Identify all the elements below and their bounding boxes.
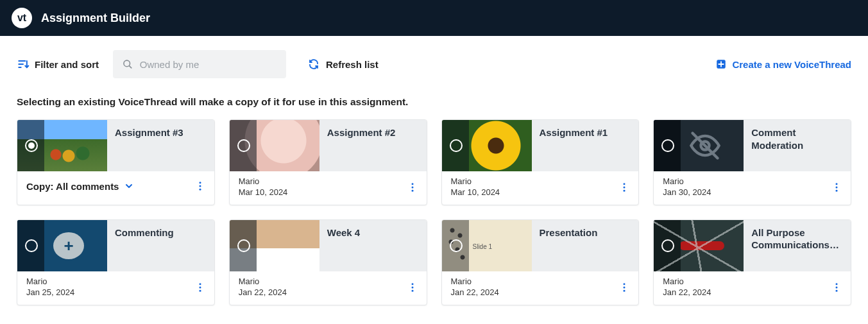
- card-date: Jan 22, 2024: [239, 287, 287, 298]
- more-options-button[interactable]: [828, 278, 846, 296]
- copy-dropdown-label: Copy: All comments: [26, 181, 119, 192]
- instruction-text: Selecting an existing VoiceThread will m…: [0, 78, 868, 114]
- slide-label: Slide 1: [473, 243, 493, 250]
- refresh-button[interactable]: Refresh list: [308, 58, 379, 70]
- svg-point-23: [624, 289, 625, 291]
- voicethread-card[interactable]: Assignment #3 Copy: All comments: [17, 119, 215, 205]
- more-options-button[interactable]: [191, 278, 209, 296]
- card-author: Mario: [451, 176, 500, 187]
- card-title: Week 4: [319, 220, 427, 271]
- card-meta: Mario Jan 25, 2024: [26, 277, 74, 298]
- svg-point-3: [199, 185, 201, 187]
- more-options-button[interactable]: [615, 278, 633, 296]
- card-author: Mario: [663, 277, 711, 287]
- card-meta: Mario Mar 10, 2024: [451, 176, 500, 198]
- card-author: Mario: [26, 277, 74, 287]
- card-meta: Mario Jan 22, 2024: [451, 277, 499, 298]
- page-title: Assignment Builder: [41, 12, 150, 25]
- card-thumbnail: [230, 120, 319, 171]
- select-radio[interactable]: [237, 139, 250, 152]
- svg-point-19: [411, 286, 413, 288]
- copy-options-dropdown[interactable]: Copy: All comments: [26, 178, 134, 194]
- svg-point-10: [624, 190, 625, 192]
- app-header: vt Assignment Builder: [0, 0, 868, 36]
- select-radio[interactable]: [25, 239, 38, 252]
- card-title: Commenting: [107, 220, 214, 271]
- select-radio[interactable]: [237, 239, 250, 252]
- card-top: Assignment #1: [442, 120, 639, 171]
- card-thumbnail: [17, 120, 107, 171]
- card-meta: Mario Mar 10, 2024: [239, 176, 288, 198]
- card-date: Mar 10, 2024: [239, 187, 288, 198]
- svg-point-22: [624, 286, 625, 288]
- search-icon: [122, 58, 133, 71]
- svg-point-25: [836, 286, 838, 288]
- card-date: Jan 22, 2024: [663, 287, 711, 298]
- refresh-label: Refresh list: [326, 59, 379, 70]
- voicethread-card[interactable]: Comment Moderation Mario Jan 30, 2024: [653, 119, 851, 205]
- card-thumbnail: +: [17, 220, 107, 271]
- more-options-button[interactable]: [615, 178, 633, 196]
- card-top: Assignment #2: [230, 120, 427, 171]
- select-radio[interactable]: [661, 139, 674, 152]
- card-thumbnail: [230, 220, 319, 271]
- card-title: Assignment #3: [107, 120, 214, 171]
- svg-point-21: [624, 283, 625, 285]
- svg-point-17: [199, 289, 201, 291]
- chevron-down-icon: [124, 181, 134, 191]
- kebab-icon: [831, 182, 842, 193]
- card-title: Presentation: [532, 220, 639, 271]
- card-title: Assignment #1: [532, 120, 639, 171]
- create-voicethread-button[interactable]: Create a new VoiceThread: [715, 58, 851, 70]
- card-top: All Purpose Communications…: [654, 220, 851, 271]
- more-options-button[interactable]: [191, 177, 209, 195]
- svg-point-6: [411, 186, 413, 188]
- hidden-icon: [688, 129, 722, 162]
- more-options-button[interactable]: [404, 178, 421, 196]
- plus-square-icon: [715, 58, 727, 70]
- kebab-icon: [618, 182, 630, 193]
- refresh-icon: [308, 58, 319, 70]
- more-options-button[interactable]: [828, 178, 846, 196]
- filter-sort-button[interactable]: Filter and sort: [17, 58, 99, 71]
- select-radio[interactable]: [661, 239, 674, 252]
- card-title: Assignment #2: [319, 120, 427, 171]
- voicethread-card[interactable]: Assignment #2 Mario Mar 10, 2024: [229, 119, 427, 205]
- kebab-icon: [618, 282, 630, 293]
- svg-point-8: [624, 183, 625, 185]
- voicethread-card[interactable]: + Commenting Mario Jan 25, 2024: [17, 219, 215, 305]
- card-top: Assignment #3: [17, 120, 214, 171]
- svg-point-4: [199, 189, 201, 191]
- app-logo: vt: [12, 8, 32, 28]
- card-author: Mario: [451, 277, 499, 287]
- svg-point-9: [624, 186, 625, 188]
- svg-point-18: [411, 283, 413, 285]
- card-meta: Mario Jan 30, 2024: [663, 176, 711, 198]
- filter-sort-icon: [17, 58, 30, 71]
- kebab-icon: [831, 282, 842, 293]
- voicethread-card[interactable]: Slide 1 Presentation Mario Jan 22, 2024: [441, 219, 640, 305]
- voicethread-card[interactable]: Week 4 Mario Jan 22, 2024: [229, 219, 427, 305]
- more-options-button[interactable]: [404, 278, 421, 296]
- search-input[interactable]: [140, 59, 277, 70]
- card-grid: Assignment #3 Copy: All comments Assignm…: [0, 114, 868, 321]
- card-title: Comment Moderation: [744, 120, 851, 171]
- voicethread-card[interactable]: All Purpose Communications… Mario Jan 22…: [653, 219, 851, 305]
- svg-point-5: [411, 183, 413, 185]
- card-thumbnail: Slide 1: [442, 220, 532, 271]
- select-radio[interactable]: [25, 139, 38, 152]
- card-date: Jan 22, 2024: [451, 287, 499, 298]
- svg-point-13: [836, 186, 838, 188]
- card-top: Week 4: [230, 220, 427, 271]
- svg-point-24: [836, 283, 838, 285]
- select-radio[interactable]: [450, 239, 463, 252]
- card-meta: Mario Jan 22, 2024: [663, 277, 711, 298]
- card-top: + Commenting: [17, 220, 214, 271]
- svg-point-7: [411, 190, 413, 192]
- search-container[interactable]: [113, 50, 286, 78]
- voicethread-card[interactable]: Assignment #1 Mario Mar 10, 2024: [441, 119, 640, 205]
- card-author: Mario: [663, 176, 711, 187]
- svg-point-2: [199, 182, 201, 183]
- comment-plus-icon: +: [53, 232, 84, 259]
- select-radio[interactable]: [450, 139, 463, 152]
